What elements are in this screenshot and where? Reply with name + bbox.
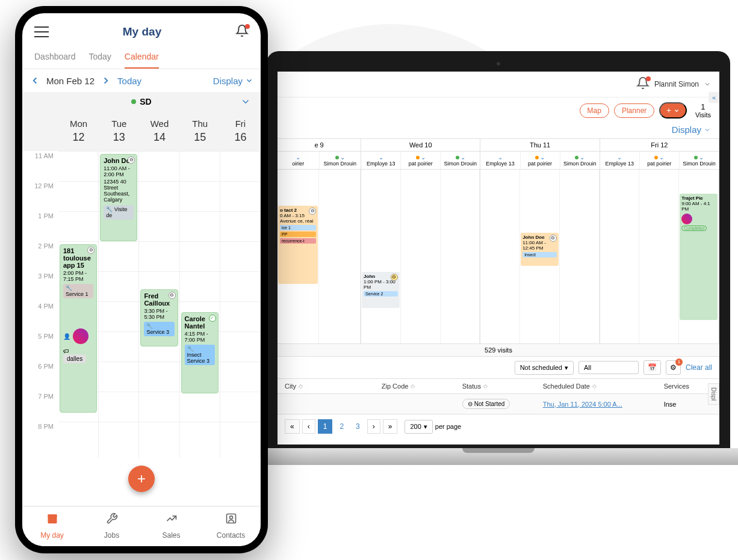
event-john-thu[interactable]: John Doe 11:00 AM - 12:45 PM Insect ⊖: [521, 233, 559, 266]
date-navigation: Mon Feb 12 Today Display: [22, 69, 261, 92]
tab-dashboard[interactable]: Dashboard: [34, 46, 76, 69]
employee-header[interactable]: ⌄Simon Drouin: [680, 152, 719, 169]
add-button[interactable]: +: [659, 102, 687, 118]
event-john-doe[interactable]: John Do 11:00 AM - 2:00 PM 12345 40 Stre…: [100, 154, 137, 241]
time-column: 11 AM 12 PM 1 PM 2 PM 3 PM 4 PM 5 PM 6 P…: [22, 151, 58, 452]
event-contact2[interactable]: o tact 2 0 AM - 3:15 Avenue ce, réal ice…: [278, 206, 318, 284]
visits-number: 1: [695, 102, 711, 111]
menu-button[interactable]: [34, 26, 49, 37]
display-side-tab[interactable]: Displ: [708, 383, 719, 405]
employee-header[interactable]: ⌄pat poirier: [521, 152, 560, 169]
collapse-panel-button[interactable]: «: [709, 92, 719, 103]
event-fred-cailloux[interactable]: Fred Cailloux 3:30 PM - 5:30 PM 🔧 Servic…: [140, 289, 178, 346]
page-1-button[interactable]: 1: [318, 419, 333, 434]
nav-contacts[interactable]: Contacts: [201, 506, 261, 546]
employee-column: [401, 170, 441, 343]
notification-dot: [245, 24, 250, 29]
cell-date: Thu, Jan 11, 2024 5:00 A...: [543, 401, 664, 408]
week-day-wed[interactable]: Wed14: [139, 118, 179, 144]
fab-add-button[interactable]: +: [128, 466, 155, 492]
employee-header[interactable]: ⌄oirier: [278, 152, 320, 169]
employee-header[interactable]: ⌄Employe 13: [480, 152, 520, 169]
tab-today[interactable]: Today: [89, 46, 111, 69]
filter-all-dropdown[interactable]: All: [578, 361, 639, 374]
table-row[interactable]: ⊖ Not Started Thu, Jan 11, 2024 5:00 A..…: [278, 394, 719, 414]
bottom-nav: My day Jobs Sales Contacts: [22, 506, 261, 546]
map-button[interactable]: Map: [580, 103, 609, 118]
today-button[interactable]: Today: [117, 76, 141, 86]
avatar: [681, 214, 692, 224]
column-services[interactable]: Services: [664, 383, 712, 390]
page-2-button[interactable]: 2: [335, 420, 349, 433]
employee-header[interactable]: ⌄Employe 13: [600, 152, 640, 169]
clear-all-link[interactable]: Clear all: [686, 363, 712, 372]
nav-my-day[interactable]: My day: [22, 506, 82, 546]
employee-header[interactable]: ⌄pat poirier: [401, 152, 441, 169]
status-icon: ⊖: [128, 156, 135, 164]
employee-column: John Doe 11:00 AM - 12:45 PM Insect ⊖: [520, 170, 560, 343]
employee-header[interactable]: ⌄pat poirier: [640, 152, 680, 169]
sort-icon: ◇: [299, 383, 303, 389]
nav-sales[interactable]: Sales: [141, 506, 201, 546]
prev-day-button[interactable]: [29, 75, 40, 86]
column-date[interactable]: Scheduled Date ◇: [543, 383, 664, 390]
date-link[interactable]: Thu, Jan 11, 2024 5:00 A...: [543, 401, 622, 408]
week-day-fri[interactable]: Fri16: [220, 118, 261, 144]
notification-bell[interactable]: [636, 76, 650, 92]
phone-tabs: Dashboard Today Calendar: [22, 46, 261, 69]
user-selector[interactable]: SD: [22, 92, 261, 111]
chevron-down-icon[interactable]: [704, 81, 711, 88]
page-title: My day: [123, 25, 161, 38]
event-carole-nantel[interactable]: Carole Nantel 4:15 PM - 7:00 PM 🔧InsectS…: [181, 312, 219, 393]
phone-header: My day: [22, 13, 261, 46]
laptop-screen: « Plannit Simon Map Planner + 1 Visits: [278, 72, 719, 445]
status-badge: ⊖ Not Started: [462, 399, 510, 409]
planner-button[interactable]: Planner: [614, 103, 654, 118]
current-user[interactable]: Plannit Simon: [654, 80, 699, 88]
cell-status: ⊖ Not Started: [462, 399, 543, 409]
page-prev-button[interactable]: ‹: [302, 419, 315, 434]
current-date: Mon Feb 12: [46, 76, 95, 86]
settings-filter-button[interactable]: ⚙1: [666, 360, 681, 375]
status-check-icon: ✓: [209, 315, 216, 322]
visits-counter: 1 Visits: [695, 102, 711, 118]
event-trajet[interactable]: Trajet Pie 9:00 AM - 4:1 PM Completed: [680, 194, 718, 320]
pagination: « ‹ 1 2 3 › » 200 ▾ per page: [278, 414, 719, 438]
chevron-down-icon: [674, 108, 680, 114]
employee-header[interactable]: ⌄Employe 13: [361, 152, 401, 169]
week-day-tue[interactable]: Tue13: [99, 118, 139, 144]
status-icon: ⊖: [169, 292, 176, 299]
per-page-select[interactable]: 200 ▾ per page: [405, 420, 461, 434]
tab-calendar[interactable]: Calendar: [125, 46, 159, 69]
employee-header[interactable]: ⌄Simon Drouin: [560, 152, 600, 169]
employee-header[interactable]: ⌄Simon Drouin: [320, 152, 361, 169]
next-day-button[interactable]: [101, 75, 111, 86]
filter-scheduled-dropdown[interactable]: Not scheduled ▾: [515, 361, 574, 375]
week-day-mon[interactable]: Mon12: [58, 118, 99, 144]
display-dropdown[interactable]: Display: [672, 125, 711, 135]
chevron-down-icon: [240, 96, 251, 107]
column-status[interactable]: Status ◇: [462, 383, 543, 390]
nav-jobs[interactable]: Jobs: [82, 506, 141, 546]
column-zip[interactable]: Zip Code ◇: [382, 383, 462, 390]
event-john-wed[interactable]: John 1:00 PM - 3:00 PM Service 2 ⊖: [362, 272, 400, 308]
notification-bell[interactable]: [235, 24, 249, 40]
employee-header[interactable]: ⌄Simon Drouin: [441, 152, 480, 169]
laptop-device: « Plannit Simon Map Planner + 1 Visits: [267, 51, 730, 465]
chevron-down-icon: [245, 76, 253, 85]
avatar: [73, 328, 88, 344]
display-dropdown[interactable]: Display: [213, 76, 253, 86]
calendar-filter-button[interactable]: 📅: [643, 360, 661, 375]
page-3-button[interactable]: 3: [351, 420, 365, 433]
status-icon: ⊖: [391, 274, 398, 281]
page-first-button[interactable]: «: [285, 419, 300, 434]
page-next-button[interactable]: ›: [367, 419, 380, 434]
page-last-button[interactable]: »: [383, 419, 398, 434]
service-chip: 🔧InsectService 3: [185, 345, 215, 365]
calendar-icon: [22, 512, 82, 528]
status-icon: ⊖: [87, 247, 95, 254]
event-181-toulouse[interactable]: 181 toulouse app 15 2:00 PM - 7:15 PM 🔧 …: [60, 244, 97, 413]
status-icon: ⊖: [309, 208, 316, 215]
column-city[interactable]: City ◇: [285, 383, 382, 390]
week-day-thu[interactable]: Thu15: [180, 118, 220, 144]
